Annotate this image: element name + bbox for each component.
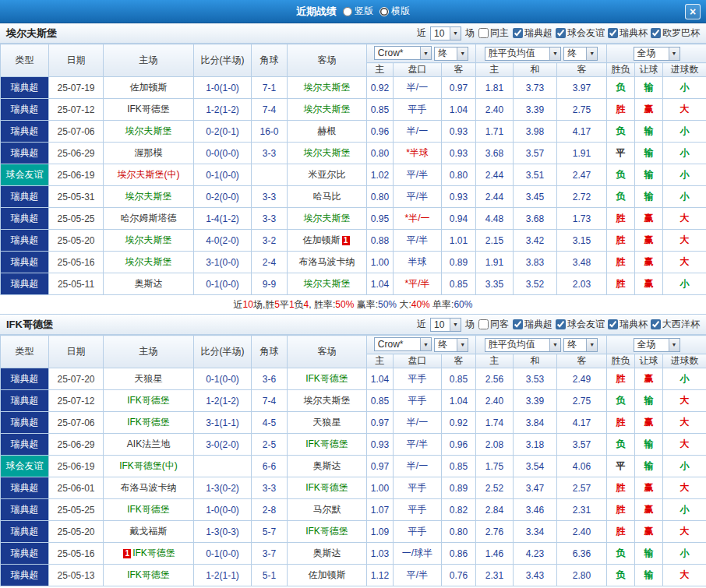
league-filter[interactable]: 瑞典超 [513,26,552,40]
europe-odds-select[interactable]: 胜平负均值▼ [485,338,561,352]
score-cell: 1-3(0-3) [194,521,252,543]
handicap-result-cell: 赢 [635,273,663,295]
score-cell: 1-4(1-2) [194,208,252,230]
layout-option-horizontal[interactable]: 横版 [379,5,410,18]
team-label: 天狼星 [135,373,163,384]
handicap-cell: 平手 [394,368,442,390]
europe-final-select[interactable]: 终▼ [563,338,598,352]
league-filter[interactable]: 瑞典超 [513,318,552,331]
odds-company-select[interactable]: Crow*▼ [374,46,432,60]
europe-away-cell: 4.17 [557,412,607,434]
odds-final-select[interactable]: 终▼ [434,47,468,61]
europe-final-select[interactable]: 终▼ [563,47,598,61]
vertical-radio[interactable] [343,7,352,16]
handicap-cell: 平手 [394,99,442,121]
league-cell: 瑞典超 [1,521,49,543]
europe-home-cell: 3.35 [476,273,514,295]
score-cell: 0-1(0-0) [194,273,252,295]
europe-home-cell: 2.15 [476,230,514,252]
europe-odds-select[interactable]: 胜平负均值▼ [485,47,561,61]
chevron-down-icon: ▼ [586,339,597,351]
away-team-cell: 奥斯达 [288,543,367,565]
europe-draw-cell: 3.43 [514,565,557,586]
handicap-cell: 一/球半 [394,543,442,565]
chevron-down-icon: ▼ [457,48,468,60]
handicap-result-header: 让球 [635,354,663,368]
team-label: IFK哥德堡 [305,526,348,537]
league-filter-checkbox[interactable] [556,319,566,329]
vertical-radio-label: 竖版 [355,5,373,18]
corner-cell: 16-0 [252,121,288,143]
league-filter-checkbox[interactable] [513,319,523,329]
scope-select[interactable]: 全场▼ [634,47,680,61]
home-team-cell: IFK哥德堡 [104,412,194,434]
section-header-bar: 埃尔夫斯堡 近 10▼ 场 同主 瑞典超球会友谊瑞典杯欧罗巴杯 [0,23,706,44]
date-cell: 25-06-19 [49,164,104,186]
same-venue-checkbox[interactable]: 同客 [478,318,509,331]
corner-cell: 4-5 [252,412,288,434]
date-cell: 25-05-25 [49,499,104,521]
league-filter-checkbox[interactable] [556,28,566,38]
league-filter[interactable]: 瑞典杯 [608,26,648,40]
league-filter[interactable]: 欧罗巴杯 [651,26,700,40]
match-row: 瑞典超25-05-161IFK哥德堡0-1(0-0)3-7奥斯达1.03一/球半… [1,543,706,565]
winloss-result-cell: 平 [607,456,635,477]
score-header: 比分(半场) [194,44,252,77]
match-row: 瑞典超25-07-12IFK哥德堡1-2(1-2)7-4埃尔夫斯堡0.85平手1… [1,390,706,412]
same-venue-input[interactable] [478,319,489,329]
league-cell: 瑞典超 [1,252,49,273]
europe-away-cell: 3.15 [557,230,607,252]
league-filter-checkbox[interactable] [513,28,523,38]
league-filter[interactable]: 大西洋杯 [651,318,700,331]
odds-away-cell: 0.86 [442,543,476,565]
away-team-cell: 哈马比 [288,186,367,208]
handicap-cell: 半/一 [394,412,442,434]
layout-option-vertical[interactable]: 竖版 [343,5,373,18]
league-filter[interactable]: 瑞典杯 [608,318,648,331]
score-cell: 3-0(2-0) [194,434,252,456]
league-filter-checkbox[interactable] [608,319,618,329]
handicap-cell: 平/半 [394,186,442,208]
league-filter-checkbox[interactable] [651,28,661,38]
league-filter-checkbox[interactable] [651,319,661,329]
handicap-result-cell: 赢 [635,230,663,252]
home-team-cell: IFK哥德堡 [104,499,194,521]
league-filter-label: 欧罗巴杯 [662,26,700,40]
score-cell: 4-0(2-0) [194,230,252,252]
europe-away-cell: 2.47 [557,164,607,186]
league-filter-label: 大西洋杯 [662,318,700,331]
league-filter-label: 瑞典杯 [620,318,648,331]
league-cell: 瑞典超 [1,499,49,521]
home-team-cell: IFK哥德堡(中) [104,456,194,477]
odds-company-select[interactable]: Crow*▼ [374,337,432,351]
close-icon[interactable]: × [685,4,701,19]
odds-home-cell: 0.97 [367,456,394,477]
league-filter[interactable]: 球会友谊 [556,318,605,331]
league-filter-checkbox[interactable] [608,28,618,38]
odds-away-cell: 0.76 [442,565,476,586]
league-filter[interactable]: 球会友谊 [556,26,605,40]
same-venue-checkbox[interactable]: 同主 [478,26,509,40]
match-row: 瑞典超25-05-25哈尔姆斯塔德1-4(1-2)3-3埃尔夫斯堡0.95*半/… [1,208,706,230]
league-cell: 瑞典超 [1,99,49,121]
odds-final-select[interactable]: 终▼ [434,338,468,352]
europe-home-cell: 2.44 [476,186,514,208]
team-label: IFK哥德堡(中) [119,460,178,471]
winloss-result-cell: 胜 [607,368,635,390]
europe-draw-cell: 3.98 [514,121,557,143]
corner-cell: 7-4 [252,99,288,121]
winloss-result-cell: 胜 [607,499,635,521]
same-venue-input[interactable] [478,28,489,38]
chevron-down-icon: ▼ [669,48,680,60]
recent-count-select[interactable]: 10▼ [430,318,461,332]
handicap-result-cell: 赢 [635,521,663,543]
scope-select[interactable]: 全场▼ [634,338,680,352]
recent-count-select[interactable]: 10▼ [430,26,461,40]
horizontal-radio[interactable] [379,7,389,16]
match-row: 瑞典超25-05-20埃尔夫斯堡4-0(2-0)3-2佐加顿斯10.88平/半1… [1,230,706,252]
odds-home-header: 主 [367,63,394,77]
home-team-cell: 埃尔夫斯堡 [104,121,194,143]
summary-segment: 近 [234,298,243,312]
red-card-badge: 1 [342,236,350,245]
corner-cell: 7-1 [252,77,288,99]
